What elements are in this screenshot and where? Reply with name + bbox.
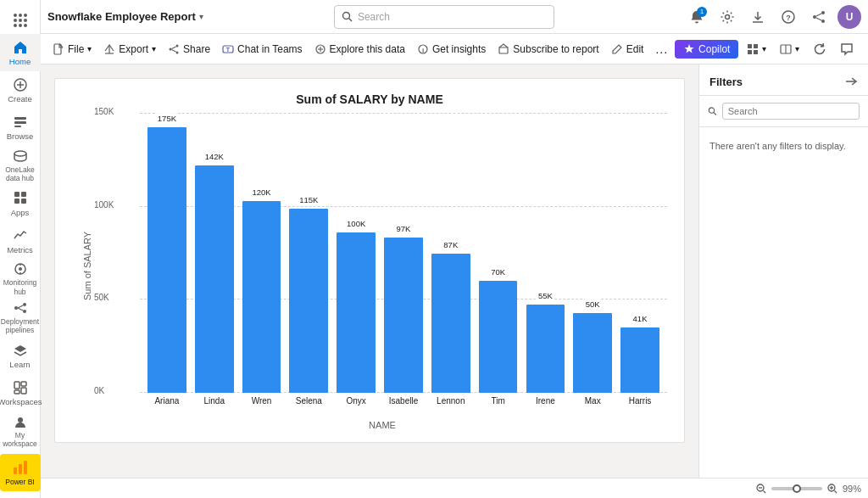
export-button[interactable]: Export ▾: [98, 40, 161, 59]
get-insights-button[interactable]: i Get insights: [412, 40, 491, 59]
sidebar-item-monitoring[interactable]: Monitoring hub: [0, 260, 41, 299]
bar-group[interactable]: 87K: [427, 113, 475, 393]
edit-button[interactable]: Edit: [606, 40, 649, 59]
help-icon-btn[interactable]: ?: [776, 5, 800, 29]
bar[interactable]: [147, 127, 186, 393]
download-icon-btn[interactable]: [746, 5, 770, 29]
subscribe-icon: [498, 43, 509, 55]
view-options-button[interactable]: ▾: [742, 40, 771, 59]
notification-icon-btn[interactable]: 1: [685, 5, 709, 29]
svg-point-42: [176, 44, 179, 47]
bar[interactable]: [620, 327, 659, 393]
sidebar-item-workspaces[interactable]: Workspaces: [0, 374, 41, 411]
sidebar-item-my-workspace[interactable]: My workspace: [0, 411, 41, 450]
bar[interactable]: [526, 305, 565, 393]
settings-icon-btn[interactable]: [715, 5, 739, 29]
bar[interactable]: [195, 165, 234, 393]
more-button[interactable]: ...: [650, 39, 673, 59]
chart-area: Sum of SALARY by NAME Sum of SALARY 150K…: [41, 64, 698, 478]
svg-point-35: [813, 15, 816, 19]
zoom-in-icon[interactable]: [827, 484, 837, 494]
bar-group[interactable]: 175K: [143, 113, 191, 393]
search-icon: [342, 11, 353, 22]
user-avatar[interactable]: U: [837, 5, 861, 29]
create-icon: [12, 76, 29, 92]
sidebar-item-onelake[interactable]: OneLake data hub: [0, 146, 41, 185]
x-axis-label: Max: [569, 393, 616, 406]
bar[interactable]: [431, 254, 470, 393]
toolbar-right: Copilot ▾ ▾: [675, 39, 868, 59]
bar-group[interactable]: 142K: [191, 113, 238, 393]
comment-button[interactable]: [835, 39, 859, 59]
svg-point-15: [14, 306, 18, 310]
bar-group[interactable]: 100K: [332, 113, 380, 393]
browse-icon: [12, 114, 29, 130]
filter-expand-icon[interactable]: [844, 75, 858, 88]
svg-rect-20: [14, 382, 19, 389]
svg-point-43: [170, 48, 172, 50]
bar[interactable]: [479, 281, 518, 393]
sidebar-item-learn[interactable]: Learn: [0, 337, 41, 374]
bar[interactable]: [384, 238, 423, 393]
onelake-icon: [12, 148, 29, 164]
sidebar-item-home[interactable]: Home: [0, 34, 41, 71]
zoom-out-icon[interactable]: [756, 484, 766, 494]
filters-empty-message: There aren't any filters to display.: [699, 127, 868, 165]
filters-search: [699, 96, 868, 127]
copilot-icon: [683, 43, 695, 55]
zoom-thumb: [793, 484, 801, 493]
bar-group[interactable]: 70K: [475, 113, 522, 393]
bar[interactable]: [573, 313, 612, 393]
statusbar-right: 99%: [756, 484, 861, 494]
toolbar: File ▾ Export ▾ Share T Chat in Teams Ex…: [41, 34, 868, 64]
refresh-button[interactable]: [808, 39, 832, 59]
copilot-button[interactable]: Copilot: [675, 40, 738, 59]
zoom-percent: 99%: [843, 484, 861, 494]
sidebar-item-metrics[interactable]: Metrics: [0, 222, 41, 260]
x-axis-label: Harris: [616, 393, 664, 406]
sidebar-item-apps[interactable]: Apps: [0, 185, 41, 222]
topbar-search-area: Search: [207, 5, 682, 29]
file-button[interactable]: File ▾: [47, 40, 97, 59]
sidebar-item-apps-grid[interactable]: [0, 3, 41, 34]
bar-group[interactable]: 120K: [238, 113, 286, 393]
x-axis-area: ArianaLindaWrenSelenaOnyxIsabelleLennonT…: [140, 393, 667, 418]
share-icon: [168, 43, 180, 55]
export-label: Export: [119, 43, 148, 55]
x-axis-label: Ariana: [143, 393, 191, 406]
search-box[interactable]: Search: [334, 5, 554, 29]
share2-button[interactable]: [862, 39, 868, 59]
home-icon: [12, 39, 29, 55]
sidebar-item-power-bi[interactable]: Power BI: [0, 454, 41, 491]
svg-point-12: [19, 267, 22, 271]
grid-label: 100K: [94, 200, 114, 210]
layout-button[interactable]: ▾: [775, 40, 804, 59]
share-icon-btn[interactable]: [807, 5, 831, 29]
explore-data-button[interactable]: Explore this data: [309, 40, 410, 59]
bar[interactable]: [337, 232, 376, 393]
sidebar-item-browse[interactable]: Browse: [0, 109, 41, 146]
sidebar-item-create[interactable]: Create: [0, 71, 41, 109]
chat-teams-button[interactable]: T Chat in Teams: [217, 40, 307, 59]
bar-group[interactable]: 115K: [285, 113, 332, 393]
bar-group[interactable]: 50K: [569, 113, 616, 393]
filters-search-input[interactable]: [722, 103, 860, 120]
sidebar-item-deployment[interactable]: Deployment pipelines: [0, 299, 41, 338]
svg-rect-4: [14, 121, 26, 124]
subscribe-button[interactable]: Subscribe to report: [492, 40, 604, 59]
svg-rect-22: [21, 388, 26, 394]
sidebar-item-label: Workspaces: [0, 397, 42, 406]
share-network-icon: [811, 9, 826, 25]
svg-rect-54: [748, 44, 752, 48]
bar-group[interactable]: 55K: [522, 113, 570, 393]
bar-value-label: 55K: [537, 290, 554, 301]
bar[interactable]: [289, 209, 328, 393]
zoom-slider[interactable]: [771, 487, 822, 490]
file-chevron: ▾: [87, 44, 92, 53]
bar-group[interactable]: 41K: [616, 113, 664, 393]
bar[interactable]: [242, 201, 281, 393]
chevron-down-icon[interactable]: ▾: [199, 12, 203, 21]
deployment-icon: [12, 300, 29, 316]
share-button[interactable]: Share: [163, 40, 215, 59]
bar-group[interactable]: 97K: [380, 113, 427, 393]
